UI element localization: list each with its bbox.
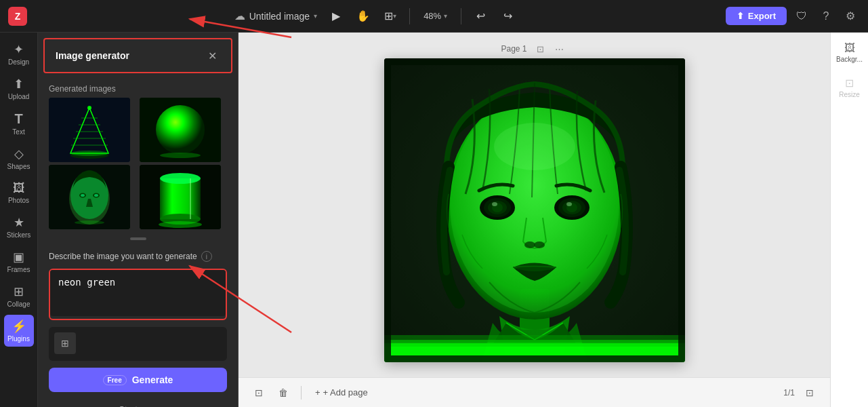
sidebar-item-collage[interactable]: ⊞ Collage (4, 280, 34, 312)
right-sidebar: 🖼 Backgr... ⊡ Resize (830, 33, 868, 407)
sidebar-item-upload[interactable]: ⬆ Upload (4, 73, 34, 104)
sphere-svg (140, 98, 221, 162)
canvas-area[interactable]: Page 1 ⊡ ⋯ (239, 33, 830, 407)
play-button[interactable]: ▶ (325, 5, 347, 27)
settings-button[interactable]: ⚙ (841, 7, 860, 26)
start-over-button[interactable]: Start over (49, 399, 227, 407)
sidebar-label-shapes: Shapes (7, 163, 30, 170)
shield-button[interactable]: 🛡 (792, 7, 811, 26)
panel-resize-handle[interactable] (130, 237, 146, 240)
sidebar-item-plugins[interactable]: ⚡ Plugins (4, 315, 34, 347)
info-icon[interactable]: i (201, 251, 212, 262)
sidebar-item-frames[interactable]: ▣ Frames (4, 246, 34, 277)
generated-image-1[interactable] (49, 98, 130, 162)
generate-label: Generate (132, 374, 173, 385)
svg-point-14 (160, 153, 201, 158)
sidebar-item-design[interactable]: ✦ Design (4, 38, 34, 70)
generated-image-3[interactable] (49, 165, 130, 229)
page-label: Page 1 (501, 44, 526, 54)
plugin-panel: Image generator ✕ Generated images (38, 33, 239, 407)
image-reference-button[interactable]: ⊞ (54, 332, 76, 354)
sidebar-label-plugins: Plugins (7, 335, 30, 343)
sidebar-item-photos[interactable]: 🖼 Photos (4, 177, 34, 208)
hand-tool-button[interactable]: ✋ (352, 5, 374, 27)
page-count: 1/1 (783, 388, 795, 398)
svg-point-10 (70, 151, 108, 156)
right-sidebar-item-resize[interactable]: ⊡ Resize (835, 73, 865, 102)
export-label: Export (748, 11, 776, 21)
page-icon-button-2[interactable]: ⋯ (552, 41, 568, 57)
generate-button[interactable]: Free Generate (49, 368, 227, 392)
generated-images-grid (38, 98, 238, 235)
text-icon: T (14, 111, 22, 127)
prompt-input-wrapper (49, 269, 227, 320)
bottom-right: 1/1 ⊡ (783, 383, 819, 402)
right-sidebar-item-background[interactable]: 🖼 Backgr... (835, 38, 865, 67)
plugin-header: Image generator ✕ (43, 38, 232, 73)
sidebar-label-stickers: Stickers (7, 231, 31, 239)
svg-point-21 (94, 194, 98, 197)
prompt-section: Describe the image you want to generate … (38, 243, 238, 407)
svg-rect-49 (384, 335, 685, 342)
layout-button[interactable]: ⊞▾ (379, 5, 401, 27)
svg-point-34 (494, 123, 575, 170)
shapes-icon: ◇ (14, 147, 24, 161)
help-button[interactable]: ? (817, 7, 835, 26)
prompt-label-text: Describe the image you want to generate (49, 252, 197, 261)
sidebar-item-stickers[interactable]: ★ Stickers (4, 211, 34, 243)
svg-point-28 (159, 221, 202, 228)
plugin-close-button[interactable]: ✕ (204, 47, 220, 64)
zoom-button[interactable]: 48% ▾ (418, 8, 453, 24)
info-icon-symbol: i (206, 253, 207, 260)
face-small-svg (49, 165, 130, 229)
svg-point-13 (156, 105, 205, 154)
background-label: Backgr... (836, 56, 863, 63)
cylinder-svg (140, 165, 221, 229)
bottom-trash-button[interactable]: 🗑 (274, 383, 293, 402)
free-badge: Free (103, 375, 127, 385)
prompt-input[interactable] (50, 270, 226, 316)
plugins-icon: ⚡ (12, 319, 26, 334)
zoom-level: 48% (423, 11, 441, 21)
topbar-center: ☁ Untitled image ▾ ▶ ✋ ⊞▾ 48% ▾ ↩ ↪ (33, 5, 720, 27)
undo-button[interactable]: ↩ (470, 5, 491, 27)
page-icon-button-1[interactable]: ⊡ (533, 41, 549, 57)
generated-image-2[interactable] (140, 98, 221, 162)
page-icon-group: ⊡ ⋯ (533, 41, 568, 57)
svg-point-45 (524, 241, 535, 248)
svg-point-11 (87, 106, 91, 110)
svg-point-20 (81, 194, 85, 197)
plugin-title: Image generator (56, 50, 129, 61)
sidebar-item-text[interactable]: T Text (4, 107, 34, 140)
export-icon: ⬆ (737, 11, 744, 21)
sidebar-label-text: Text (12, 128, 24, 136)
title-dropdown-arrow[interactable]: ▾ (314, 12, 317, 20)
add-page-button[interactable]: + + Add page (310, 385, 373, 400)
resize-label: Resize (839, 91, 860, 98)
left-sidebar: ✦ Design ⬆ Upload T Text ◇ Shapes 🖼 Phot… (0, 33, 38, 407)
sidebar-label-design: Design (8, 58, 29, 66)
sidebar-label-photos: Photos (8, 197, 29, 204)
export-button[interactable]: ⬆ Export (726, 7, 787, 25)
canvas-bottom-bar: ⊡ 🗑 + + Add page 1/1 ⊡ (239, 377, 830, 407)
bottom-copy-button[interactable]: ⊡ (249, 383, 268, 402)
prompt-options-area: ⊞ (49, 327, 227, 361)
sidebar-label-upload: Upload (8, 93, 30, 100)
image-reference-icon: ⊞ (61, 338, 69, 349)
document-title-area: ☁ Untitled image ▾ (234, 9, 318, 22)
upload-icon: ⬆ (14, 77, 24, 92)
bottom-divider (301, 386, 302, 400)
start-over-label: Start over (119, 404, 157, 407)
canvas-page-label-area: Page 1 ⊡ ⋯ (501, 41, 567, 57)
generated-image-4[interactable] (140, 165, 221, 229)
resize-icon: ⊡ (845, 77, 854, 90)
canvas-image[interactable] (384, 58, 685, 362)
document-title[interactable]: Untitled image (249, 11, 310, 22)
app-logo[interactable]: Z (8, 7, 27, 26)
photos-icon: 🖼 (13, 181, 25, 195)
bottom-expand-button[interactable]: ⊡ (800, 383, 819, 402)
svg-point-46 (534, 241, 545, 248)
redo-button[interactable]: ↪ (497, 5, 518, 27)
sidebar-item-shapes[interactable]: ◇ Shapes (4, 142, 34, 174)
background-icon: 🖼 (844, 42, 855, 54)
